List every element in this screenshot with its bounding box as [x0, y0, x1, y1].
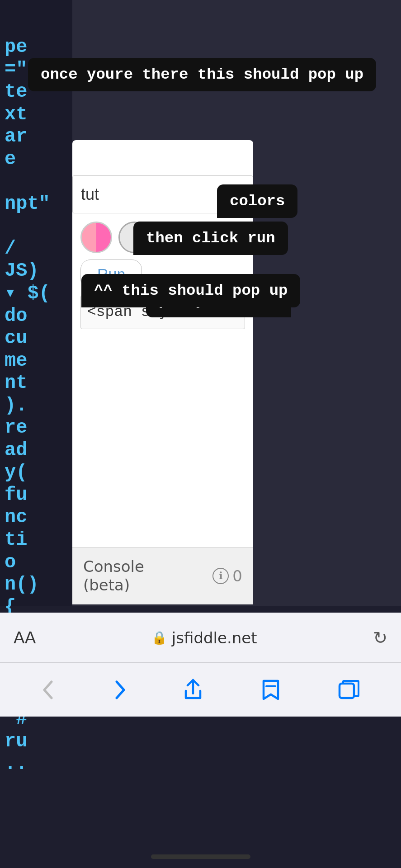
console-count: 0	[232, 567, 242, 585]
browser-aa-button[interactable]: AA	[14, 628, 35, 647]
forward-button[interactable]	[111, 678, 127, 702]
code-line: xt	[5, 104, 72, 126]
svg-rect-0	[340, 684, 354, 698]
code-line: npt"	[5, 193, 72, 216]
code-line: ar	[5, 126, 72, 148]
console-badge: ℹ 0	[212, 567, 242, 585]
code-line: ad	[5, 439, 72, 462]
back-button[interactable]	[41, 678, 57, 702]
browser-bar: AA 🔒 jsfiddle.net ↻	[0, 613, 401, 662]
reload-button[interactable]: ↻	[373, 628, 387, 648]
tooltip-once-youre-there: once youre there this should pop up	[28, 58, 376, 91]
code-line: ti	[5, 529, 72, 552]
ios-nav-bar	[0, 662, 401, 717]
code-line: nc	[5, 506, 72, 529]
console-bar: Console(beta) ℹ 0	[72, 547, 253, 604]
color-swatch-pink[interactable]	[80, 222, 112, 253]
code-line: ).	[5, 395, 72, 417]
info-icon: ℹ	[212, 568, 229, 584]
code-line: re	[5, 417, 72, 439]
code-line: me	[5, 350, 72, 373]
browser-url-wrap: 🔒 jsfiddle.net	[35, 629, 373, 647]
code-line	[5, 170, 72, 193]
tooltip-colors: colors	[217, 184, 297, 218]
home-indicator	[151, 854, 250, 859]
code-line: do	[5, 305, 72, 328]
tabs-button[interactable]	[337, 678, 360, 702]
code-line: nt	[5, 372, 72, 395]
share-button[interactable]	[181, 678, 205, 702]
code-line: pe	[5, 36, 72, 59]
code-line: ru	[5, 731, 72, 753]
code-line: ..	[5, 753, 72, 776]
code-line: y(	[5, 462, 72, 484]
code-line: n()	[5, 574, 72, 596]
bookmarks-button[interactable]	[259, 678, 283, 702]
code-line: o	[5, 552, 72, 574]
browser-url-text[interactable]: jsfiddle.net	[172, 629, 257, 647]
code-line: ▾ $(	[5, 283, 72, 305]
code-line: e	[5, 148, 72, 171]
console-label: Console(beta)	[83, 557, 144, 594]
code-line: /	[5, 238, 72, 260]
code-line: fu	[5, 484, 72, 507]
code-line	[5, 215, 72, 238]
lock-icon: 🔒	[151, 630, 167, 645]
tooltip-then-click-run: then click run	[133, 222, 288, 255]
code-line: cu	[5, 327, 72, 350]
code-line: JS)	[5, 260, 72, 283]
tooltip-popup: ^^ this should pop up	[81, 274, 300, 307]
